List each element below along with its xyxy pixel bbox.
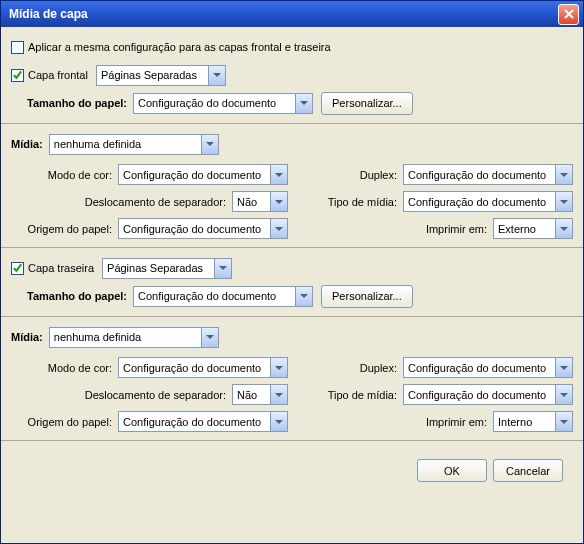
back-papersize-value: Configuração do documento [138, 290, 291, 302]
front-cover-label: Capa frontal [28, 69, 88, 81]
back-paperorigin-value: Configuração do documento [123, 416, 266, 428]
back-sepoffset-select[interactable]: Não [232, 384, 288, 405]
front-papersize-select[interactable]: Configuração do documento [133, 93, 313, 114]
back-printon-label: Imprimir em: [426, 416, 487, 428]
divider [1, 247, 583, 248]
back-duplex-value: Configuração do documento [408, 362, 551, 374]
back-papersize-label: Tamanho do papel: [27, 290, 127, 302]
back-paperorigin-label: Origem do papel: [28, 416, 112, 428]
chevron-down-icon [555, 165, 572, 184]
front-colormode-select[interactable]: Configuração do documento [118, 164, 288, 185]
divider [1, 123, 583, 124]
front-mediatype-value: Configuração do documento [408, 196, 551, 208]
front-media-row: Mídia: nenhuma definida [11, 132, 573, 156]
front-printon-select[interactable]: Externo [493, 218, 573, 239]
front-paperorigin-value: Configuração do documento [123, 223, 266, 235]
chevron-down-icon [214, 259, 231, 278]
back-media-label: Mídia: [11, 331, 43, 343]
front-colormode-value: Configuração do documento [123, 169, 266, 181]
apply-same-checkbox[interactable] [11, 41, 24, 54]
chevron-down-icon [208, 66, 225, 85]
front-mediatype-field: Tipo de mídia: Configuração do documento [296, 191, 573, 212]
back-papersize-row: Tamanho do papel: Configuração do docume… [27, 284, 573, 308]
front-papersize-row: Tamanho do papel: Configuração do docume… [27, 91, 573, 115]
back-paperorigin-select[interactable]: Configuração do documento [118, 411, 288, 432]
front-cover-row: Capa frontal Páginas Separadas [11, 63, 573, 87]
chevron-down-icon [270, 192, 287, 211]
front-paperorigin-select[interactable]: Configuração do documento [118, 218, 288, 239]
back-mode-value: Páginas Separadas [107, 262, 210, 274]
back-printon-select[interactable]: Interno [493, 411, 573, 432]
back-papersize-select[interactable]: Configuração do documento [133, 286, 313, 307]
front-sepoffset-label: Deslocamento de separador: [85, 196, 226, 208]
front-sepoffset-field: Deslocamento de separador: Não [11, 191, 288, 212]
chevron-down-icon [270, 219, 287, 238]
front-mode-select[interactable]: Páginas Separadas [96, 65, 226, 86]
back-mediatype-field: Tipo de mídia: Configuração do documento [296, 384, 573, 405]
back-printon-field: Imprimir em: Interno [296, 411, 573, 432]
back-duplex-label: Duplex: [360, 362, 397, 374]
back-sepoffset-label: Deslocamento de separador: [85, 389, 226, 401]
back-mode-select[interactable]: Páginas Separadas [102, 258, 232, 279]
front-papersize-value: Configuração do documento [138, 97, 291, 109]
back-colormode-value: Configuração do documento [123, 362, 266, 374]
back-customize-button[interactable]: Personalizar... [321, 285, 413, 308]
back-media-select[interactable]: nenhuma definida [49, 327, 219, 348]
front-sepoffset-select[interactable]: Não [232, 191, 288, 212]
close-icon [564, 9, 574, 19]
front-printon-label: Imprimir em: [426, 223, 487, 235]
back-cover-checkbox[interactable] [11, 262, 24, 275]
front-sepoffset-value: Não [237, 196, 266, 208]
back-duplex-field: Duplex: Configuração do documento [296, 357, 573, 378]
back-sepoffset-field: Deslocamento de separador: Não [11, 384, 288, 405]
back-media-value: nenhuma definida [54, 331, 197, 343]
front-media-label: Mídia: [11, 138, 43, 150]
chevron-down-icon [270, 358, 287, 377]
back-mediatype-label: Tipo de mídia: [328, 389, 397, 401]
chevron-down-icon [270, 165, 287, 184]
titlebar: Mídia de capa [1, 1, 583, 27]
front-colormode-label: Modo de cor: [48, 169, 112, 181]
front-duplex-value: Configuração do documento [408, 169, 551, 181]
front-grid: Modo de cor: Configuração do documento D… [11, 164, 573, 239]
front-mediatype-select[interactable]: Configuração do documento [403, 191, 573, 212]
back-sepoffset-value: Não [237, 389, 266, 401]
chevron-down-icon [295, 287, 312, 306]
front-cover-checkbox[interactable] [11, 69, 24, 82]
dialog-window: Mídia de capa Aplicar a mesma configuraç… [0, 0, 584, 544]
dialog-title: Mídia de capa [9, 7, 558, 21]
back-colormode-field: Modo de cor: Configuração do documento [11, 357, 288, 378]
front-mode-value: Páginas Separadas [101, 69, 204, 81]
chevron-down-icon [270, 385, 287, 404]
cancel-label: Cancelar [506, 465, 550, 477]
front-mediatype-label: Tipo de mídia: [328, 196, 397, 208]
apply-same-row: Aplicar a mesma configuração para as cap… [11, 35, 573, 59]
front-customize-label: Personalizar... [332, 97, 402, 109]
front-duplex-select[interactable]: Configuração do documento [403, 164, 573, 185]
divider [1, 316, 583, 317]
dialog-footer: OK Cancelar [11, 449, 573, 492]
back-cover-label: Capa traseira [28, 262, 94, 274]
apply-same-label: Aplicar a mesma configuração para as cap… [28, 41, 331, 53]
back-paperorigin-field: Origem do papel: Configuração do documen… [11, 411, 288, 432]
front-customize-button[interactable]: Personalizar... [321, 92, 413, 115]
front-media-value: nenhuma definida [54, 138, 197, 150]
back-mediatype-select[interactable]: Configuração do documento [403, 384, 573, 405]
front-printon-value: Externo [498, 223, 551, 235]
chevron-down-icon [555, 219, 572, 238]
back-colormode-label: Modo de cor: [48, 362, 112, 374]
chevron-down-icon [555, 192, 572, 211]
front-duplex-field: Duplex: Configuração do documento [296, 164, 573, 185]
close-button[interactable] [558, 4, 579, 25]
back-mediatype-value: Configuração do documento [408, 389, 551, 401]
ok-label: OK [444, 465, 460, 477]
front-media-select[interactable]: nenhuma definida [49, 134, 219, 155]
chevron-down-icon [201, 135, 218, 154]
ok-button[interactable]: OK [417, 459, 487, 482]
back-colormode-select[interactable]: Configuração do documento [118, 357, 288, 378]
chevron-down-icon [555, 385, 572, 404]
back-duplex-select[interactable]: Configuração do documento [403, 357, 573, 378]
front-printon-field: Imprimir em: Externo [296, 218, 573, 239]
front-paperorigin-label: Origem do papel: [28, 223, 112, 235]
cancel-button[interactable]: Cancelar [493, 459, 563, 482]
